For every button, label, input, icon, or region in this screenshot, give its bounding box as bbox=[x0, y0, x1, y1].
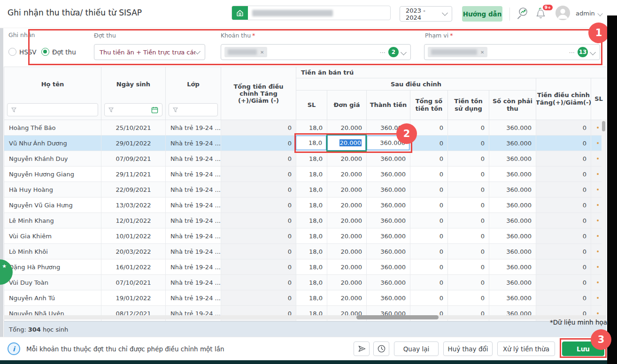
cell-fund-total[interactable]: 0 bbox=[410, 213, 448, 228]
help-button[interactable]: Hướng dẫn bbox=[462, 6, 502, 22]
cell-adjust[interactable]: 0 bbox=[536, 182, 591, 197]
cell-name[interactable]: Vùi Gia Khiêm bbox=[4, 228, 101, 244]
cell-unit-price[interactable]: 20.000 bbox=[327, 182, 367, 197]
user-menu[interactable]: admin bbox=[576, 10, 595, 17]
cell-amount[interactable]: 360.000 bbox=[367, 213, 410, 228]
school-year-select[interactable]: 2023 - 2024 bbox=[400, 6, 452, 22]
table-row[interactable]: Đặng Hà Phương 16/01/2022 Nhà trẻ 19-24 … bbox=[4, 259, 606, 275]
cell-class[interactable]: Nhà trẻ 19-24 ... bbox=[166, 275, 221, 290]
col-header-sl[interactable]: SL bbox=[296, 91, 327, 120]
cell-total-adjust[interactable]: 0 bbox=[221, 275, 296, 290]
cell-class[interactable]: Nhà trẻ 19-24 ... bbox=[166, 244, 221, 259]
cell-class[interactable]: Nhà trẻ 19-24 ... bbox=[166, 120, 221, 136]
cell-sl[interactable]: 18,0 bbox=[296, 167, 327, 182]
send-button[interactable] bbox=[354, 341, 370, 356]
cell-fund-used[interactable]: 0 bbox=[448, 136, 489, 151]
cell-dob[interactable]: 29/11/2021 bbox=[101, 167, 166, 182]
cell-total-adjust[interactable]: 0 bbox=[221, 120, 296, 136]
cell-unit-price[interactable]: 20.000 bbox=[327, 244, 367, 259]
search-report-icon[interactable] bbox=[516, 7, 530, 21]
cell-dob[interactable]: 12/01/2022 bbox=[101, 213, 166, 228]
cell-sl[interactable]: 18,0 bbox=[296, 290, 327, 306]
cell-unit-price[interactable]: 20.000 bbox=[327, 228, 367, 244]
cell-amount[interactable]: 360.000 bbox=[367, 197, 410, 213]
cell-remaining[interactable]: 360.000 bbox=[489, 197, 536, 213]
col-header-fund-total[interactable]: Tổng số tiền tồn bbox=[410, 91, 448, 120]
cell-fund-total[interactable]: 0 bbox=[410, 182, 448, 197]
class-filter-input[interactable] bbox=[169, 103, 218, 116]
col-header-next-sl[interactable]: SL bbox=[591, 78, 606, 120]
col-header-fund-used[interactable]: Tiền tồn sử dụng bbox=[448, 91, 489, 120]
cell-remaining[interactable]: 360.000 bbox=[489, 136, 536, 151]
cell-amount[interactable]: 360.000 bbox=[367, 151, 410, 167]
cell-dob[interactable]: 07/10/2021 bbox=[101, 275, 166, 290]
vertical-scrollbar[interactable] bbox=[602, 120, 606, 321]
back-button[interactable]: Quay lại bbox=[394, 341, 439, 356]
notifications-bell-icon[interactable]: 9+ bbox=[534, 7, 548, 21]
cell-amount[interactable]: 360.000 bbox=[367, 228, 410, 244]
cell-fund-used[interactable]: 0 bbox=[448, 244, 489, 259]
cell-dob[interactable]: 19/01/2022 bbox=[101, 290, 166, 306]
cell-name[interactable]: Vũ Như Ánh Dương bbox=[4, 136, 101, 151]
col-header-total-adjust[interactable]: Tổng tiền điều chỉnh Tăng (+)/Giảm (-) bbox=[221, 67, 296, 120]
cell-remaining[interactable]: 360.000 bbox=[489, 167, 536, 182]
cell-adjust[interactable]: 0 bbox=[536, 290, 591, 306]
cell-fund-used[interactable]: 0 bbox=[448, 197, 489, 213]
radio-hssv[interactable] bbox=[8, 48, 16, 56]
cell-sl[interactable]: 18,0 bbox=[296, 259, 327, 275]
calendar-icon[interactable] bbox=[151, 106, 158, 114]
col-header-adjust[interactable]: Tiền điều chỉnh Tăng(+)/Giảm(-) bbox=[536, 78, 591, 120]
cell-remaining[interactable]: 360.000 bbox=[489, 182, 536, 197]
cell-unit-price[interactable]: 20.000 bbox=[327, 151, 367, 167]
cell-fund-total[interactable]: 0 bbox=[410, 244, 448, 259]
cell-name[interactable]: Lò Minh Khôi bbox=[4, 244, 101, 259]
cell-adjust[interactable]: 0 bbox=[536, 120, 591, 136]
cell-unit-price[interactable]: 20.000 bbox=[327, 213, 367, 228]
cell-amount[interactable]: 360.000 bbox=[367, 275, 410, 290]
table-row[interactable]: Nguyễn Vũ Gia Hưng 13/03/2022 Nhà trẻ 19… bbox=[4, 197, 606, 213]
cell-fund-used[interactable]: 0 bbox=[448, 151, 489, 167]
cell-total-adjust[interactable]: 0 bbox=[221, 182, 296, 197]
cell-amount[interactable]: 360.000 bbox=[367, 290, 410, 306]
cell-name[interactable]: Nguyễn Hương Giang bbox=[4, 167, 101, 182]
cell-name[interactable]: Nguyễn Vũ Gia Hưng bbox=[4, 197, 101, 213]
cell-total-adjust[interactable]: 0 bbox=[221, 136, 296, 151]
cell-dob[interactable]: 10/01/2022 bbox=[101, 228, 166, 244]
cell-class[interactable]: Nhà trẻ 19-24 ... bbox=[166, 228, 221, 244]
cell-fund-total[interactable]: 0 bbox=[410, 167, 448, 182]
col-header-amount[interactable]: Thành tiền bbox=[367, 91, 410, 120]
cell-dob[interactable]: 13/03/2022 bbox=[101, 197, 166, 213]
table-row[interactable]: Nguyễn Hương Giang 29/11/2021 Nhà trẻ 19… bbox=[4, 167, 606, 182]
cell-class[interactable]: Nhà trẻ 19-24 ... bbox=[166, 213, 221, 228]
cell-class[interactable]: Nhà trẻ 19-24 ... bbox=[166, 182, 221, 197]
cell-adjust[interactable]: 0 bbox=[536, 228, 591, 244]
cell-fund-used[interactable]: 0 bbox=[448, 259, 489, 275]
cell-amount[interactable]: 360.000 bbox=[367, 259, 410, 275]
cell-adjust[interactable]: 0 bbox=[536, 151, 591, 167]
cell-sl[interactable]: 18,0 bbox=[296, 151, 327, 167]
dob-filter-input[interactable] bbox=[104, 103, 162, 116]
cell-name[interactable]: Đặng Hà Phương bbox=[4, 259, 101, 275]
cell-adjust[interactable]: 0 bbox=[536, 136, 591, 151]
cell-remaining[interactable]: 360.000 bbox=[489, 120, 536, 136]
cell-name[interactable]: Lê Minh Khang bbox=[4, 213, 101, 228]
col-header-dob[interactable]: Ngày sinh bbox=[101, 67, 166, 120]
cell-amount[interactable]: 360.000 bbox=[367, 182, 410, 197]
cell-remaining[interactable]: 360.000 bbox=[489, 275, 536, 290]
cell-adjust[interactable]: 0 bbox=[536, 244, 591, 259]
cell-name[interactable]: Hà Huy Hoàng bbox=[4, 182, 101, 197]
cell-unit-price[interactable]: 20.000 bbox=[327, 167, 367, 182]
cell-fund-total[interactable]: 0 bbox=[410, 259, 448, 275]
cell-unit-price[interactable]: 20.000 bbox=[327, 290, 367, 306]
cell-class[interactable]: Nhà trẻ 19-24 ... bbox=[166, 136, 221, 151]
school-name-field[interactable] bbox=[248, 6, 390, 20]
cell-fund-used[interactable]: 0 bbox=[448, 182, 489, 197]
cell-remaining[interactable]: 360.000 bbox=[489, 151, 536, 167]
cell-adjust[interactable]: 0 bbox=[536, 167, 591, 182]
cell-total-adjust[interactable]: 0 bbox=[221, 244, 296, 259]
cell-amount[interactable]: 360.000 bbox=[367, 167, 410, 182]
cell-adjust[interactable]: 0 bbox=[536, 259, 591, 275]
history-button[interactable] bbox=[373, 341, 389, 356]
cell-fund-total[interactable]: 0 bbox=[410, 290, 448, 306]
cell-total-adjust[interactable]: 0 bbox=[221, 228, 296, 244]
